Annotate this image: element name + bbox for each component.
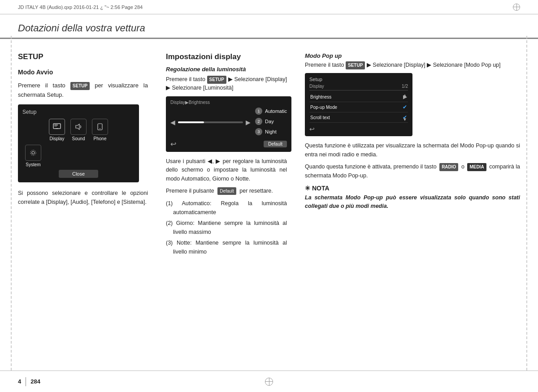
bs-left-arrow[interactable]: ◀ (170, 119, 175, 126)
top-bar-crosshair (513, 4, 520, 11)
display-icon-box (49, 119, 65, 135)
col-right: Modo Pop up Premere il tasto SETUP ▶ Sel… (296, 52, 520, 258)
top-bar: JD ITALY 4B (Audio).qxp 2016-01-21 ¿ "~ … (0, 0, 538, 14)
bs-slider-track[interactable] (178, 121, 243, 123)
nota-title: ✳ NOTA (305, 185, 520, 192)
nota-box: ✳ NOTA La schermata Modo Pop-up può esse… (305, 185, 520, 211)
bs-automatic-row[interactable]: 1 Automatic (255, 108, 287, 115)
setup-icon-system[interactable]: System (25, 145, 41, 167)
mid-subheading: Regolazione della luminosità (166, 66, 287, 73)
right-heading: Modo Pop up (305, 52, 520, 59)
left-heading: SETUP (18, 52, 148, 61)
mid-arrow1: ▶ (228, 76, 234, 82)
bs-label-night: Night (265, 129, 277, 134)
list-item-2: (2) Giorno: Mantiene sempre la luminosit… (166, 219, 287, 237)
ps-item-scroll[interactable]: Scroll text ✔ (309, 112, 408, 123)
list-item-3: (3) Notte: Mantiene sempre la luminosità… (166, 238, 287, 256)
ps-scroll-down[interactable]: ▼ (402, 117, 408, 122)
footer-sub-num: 284 (30, 378, 40, 385)
mid-para2: Usare i pulsanti ◀, ▶ per regolare la lu… (166, 157, 287, 183)
setup-icon-sound[interactable]: Sound (70, 119, 87, 141)
ps-header-display: Display (309, 84, 324, 89)
ps-item-popup[interactable]: Pop-up Mode ✔ (309, 102, 408, 112)
close-button[interactable]: Close (59, 170, 98, 178)
bs-circle-1: 1 (255, 108, 262, 115)
footer-crosshair (265, 378, 273, 386)
bs-bottom-row: ↩ Default (170, 140, 287, 148)
right-arrow1: ▶ (367, 62, 373, 68)
bs-slider-fill (178, 121, 204, 123)
mid-para3: Premere il pulsante Default per resettar… (166, 187, 287, 195)
ps-header-page: 1/2 (402, 84, 408, 89)
ps-brightness-label: Brightness (310, 95, 331, 99)
col-mid: Impostazioni display Regolazione della l… (157, 52, 296, 258)
ps-popup-label: Pop-up Mode (310, 105, 337, 110)
right-para2: Questa funzione è utilizzata per visuali… (305, 142, 520, 159)
left-setup-btn[interactable]: SETUP (70, 82, 90, 90)
ps-title: Setup (309, 77, 408, 82)
bs-back-icon[interactable]: ↩ (170, 140, 176, 148)
section-title-bar: Dotazioni della vostra vettura (0, 14, 538, 39)
ps-back-icon[interactable]: ↩ (309, 125, 315, 133)
bs-label-automatic: Automatic (265, 108, 287, 114)
footer-num: 4 (18, 378, 21, 385)
bs-night-row[interactable]: 3 Night (255, 128, 287, 135)
setup-icon-display[interactable]: Display (49, 119, 65, 141)
setup-bottom-row: System (25, 145, 134, 167)
phone-icon-box (92, 119, 108, 135)
left-para2: Si possono selezionare e controllare le … (18, 189, 148, 207)
list-item-1: (1) Automatico: Regola la luminosità aut… (166, 199, 287, 217)
system-icon-box (25, 145, 41, 161)
svg-rect-3 (54, 126, 57, 127)
mid-arrow2: ▶ (166, 85, 172, 91)
bs-circle-3: 3 (255, 128, 262, 135)
brightness-screen: Display▶Brightness ◀ ▶ 1 Automatic 2 Day (166, 96, 291, 152)
mid-default-btn[interactable]: Default (217, 187, 236, 195)
col-left: SETUP Modo Avvio Premere il tasto SETUP … (18, 52, 157, 258)
setup-icons-row: Display Sound (22, 119, 134, 141)
bs-path: Display▶Brightness (170, 100, 287, 105)
main-content: SETUP Modo Avvio Premere il tasto SETUP … (0, 39, 538, 258)
right-radio-btn[interactable]: RADIO (439, 163, 458, 171)
bs-default-btn[interactable]: Default (264, 141, 287, 147)
footer-divider (26, 377, 26, 386)
footer-page-num: 4 284 (18, 377, 40, 386)
ps-back-row: ↩ (309, 125, 408, 133)
ps-item-brightness[interactable]: Brightness ▶ (309, 92, 408, 102)
mid-heading: Impostazioni display (166, 52, 287, 61)
mid-numbered-list: (1) Automatico: Regola la luminosità aut… (166, 199, 287, 256)
setup-icon-phone[interactable]: Phone (92, 119, 108, 141)
svg-rect-2 (54, 125, 58, 125)
left-border-dashes (11, 36, 12, 370)
ps-scroll-up[interactable]: ▲ (402, 93, 408, 98)
mid-setup-btn[interactable]: SETUP (207, 76, 226, 84)
top-bar-text: JD ITALY 4B (Audio).qxp 2016-01-21 ¿ "~ … (18, 4, 143, 10)
svg-point-8 (30, 150, 36, 155)
right-border-dashes (526, 36, 527, 370)
right-arrow2: ▶ (427, 62, 433, 68)
phone-label: Phone (94, 136, 107, 141)
bs-right-arrow[interactable]: ▶ (246, 119, 251, 126)
left-para1: Premere il tasto SETUP per visualizzare … (18, 81, 148, 100)
svg-marker-4 (76, 124, 79, 129)
footer: 4 284 (0, 370, 538, 392)
ps-header-row: Display 1/2 (309, 84, 408, 90)
ps-scroll-label: Scroll text (310, 115, 330, 120)
setup-screen-title: Setup (22, 109, 134, 115)
bs-slider-row[interactable]: ◀ ▶ 1 Automatic 2 Day 3 (170, 108, 287, 138)
sound-icon-box (70, 119, 87, 135)
nota-text: La schermata Modo Pop-up può essere visu… (305, 194, 520, 211)
popup-screen: Setup Display 1/2 Brightness ▶ Pop-up Mo… (305, 73, 412, 136)
right-para1: Premere il tasto SETUP ▶ Selezionare [Di… (305, 61, 520, 69)
right-para3: Quando questa funzione è attivata, preme… (305, 163, 520, 180)
bs-day-row[interactable]: 2 Day (255, 118, 287, 125)
svg-point-7 (32, 151, 35, 154)
svg-point-6 (100, 128, 100, 129)
right-media-btn[interactable]: MEDIA (467, 163, 486, 171)
mid-para1: Premere il tasto SETUP ▶ Selezionare [Di… (166, 75, 287, 93)
bs-circle-2: 2 (255, 118, 262, 125)
left-setup-screen: Setup Display (18, 104, 139, 182)
display-label: Display (50, 136, 65, 141)
left-subheading: Modo Avvio (18, 69, 148, 76)
right-setup-btn[interactable]: SETUP (346, 61, 365, 69)
